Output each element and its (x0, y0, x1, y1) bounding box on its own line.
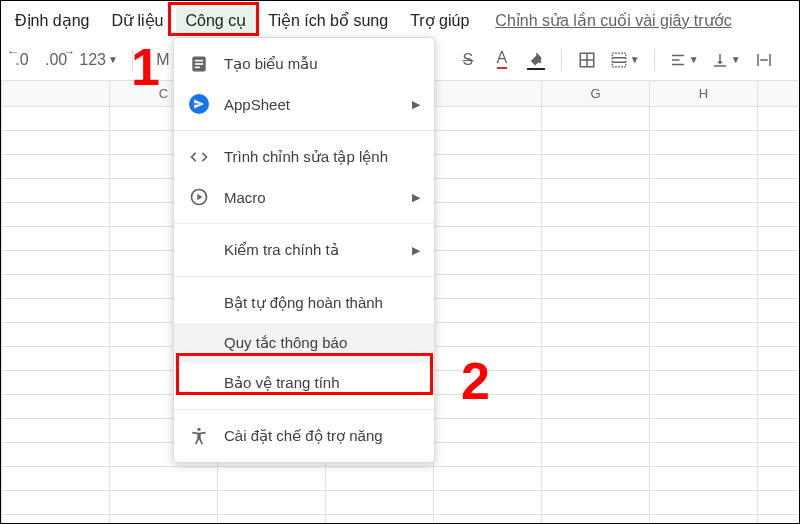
menu-label: Tạo biểu mẫu (224, 55, 318, 73)
submenu-arrow-icon: ▶ (412, 244, 420, 257)
menu-divider (174, 223, 434, 224)
menu-macro[interactable]: Macro ▶ (174, 177, 434, 217)
script-icon (188, 146, 210, 168)
column-header[interactable] (2, 81, 110, 106)
menu-label: Trình chỉnh sửa tập lệnh (224, 148, 388, 166)
toolbar-separator (132, 49, 133, 71)
menu-create-form[interactable]: Tạo biểu mẫu (174, 44, 434, 84)
svg-rect-2 (195, 63, 203, 65)
menu-notification-rules[interactable]: Quy tắc thông báo (174, 323, 434, 363)
menu-format[interactable]: Định dạng (5, 5, 100, 36)
menu-label: AppSheet (224, 96, 290, 113)
menu-bar: Định dạng Dữ liệu Công cụ Tiện ích bổ su… (1, 1, 799, 39)
menu-data[interactable]: Dữ liệu (102, 5, 174, 36)
text-color-button[interactable]: A (487, 46, 517, 74)
submenu-arrow-icon: ▶ (412, 191, 420, 204)
column-header[interactable] (434, 81, 542, 106)
fill-icon (527, 49, 545, 70)
align-icon (669, 51, 687, 69)
menu-divider (174, 130, 434, 131)
submenu-arrow-icon: ▶ (412, 98, 420, 111)
svg-point-5 (197, 428, 200, 431)
borders-icon (578, 51, 596, 69)
menu-appsheet[interactable]: AppSheet ▶ (174, 84, 434, 124)
menu-help[interactable]: Trợ giúp (400, 5, 479, 36)
strikethrough-button[interactable]: S (453, 46, 483, 74)
menu-script-editor[interactable]: Trình chỉnh sửa tập lệnh (174, 137, 434, 177)
decrease-decimal-button[interactable]: ←.0 (7, 46, 37, 74)
macro-icon (188, 186, 210, 208)
number-format-button[interactable]: 123▼ (75, 46, 122, 74)
column-header[interactable] (758, 81, 800, 106)
menu-label: Quy tắc thông báo (224, 334, 347, 352)
menu-spellcheck[interactable]: Kiểm tra chính tả ▶ (174, 230, 434, 270)
fill-color-button[interactable] (521, 46, 551, 74)
wrap-icon (755, 51, 773, 69)
toolbar-separator (561, 49, 562, 71)
text-wrap-button[interactable] (749, 46, 779, 74)
vertical-align-button[interactable]: ▼ (707, 46, 745, 74)
appsheet-icon (188, 93, 210, 115)
menu-divider (174, 276, 434, 277)
borders-button[interactable] (572, 46, 602, 74)
menu-label: Cài đặt chế độ trợ năng (224, 427, 383, 445)
valign-icon (711, 51, 729, 69)
horizontal-align-button[interactable]: ▼ (665, 46, 703, 74)
menu-label: Bảo vệ trang tính (224, 374, 340, 392)
svg-rect-1 (195, 60, 203, 62)
menu-addons[interactable]: Tiện ích bổ sung (258, 5, 398, 36)
menu-autocomplete[interactable]: Bật tự động hoàn thành (174, 283, 434, 323)
grid-row (1, 467, 799, 491)
grid-row (1, 491, 799, 515)
menu-label: Bật tự động hoàn thành (224, 294, 383, 312)
column-header-h[interactable]: H (650, 81, 758, 106)
menu-divider (174, 409, 434, 410)
blank-icon (188, 292, 210, 314)
increase-decimal-button[interactable]: .00→ (41, 46, 71, 74)
menu-accessibility[interactable]: Cài đặt chế độ trợ năng (174, 416, 434, 456)
accessibility-icon (188, 425, 210, 447)
last-edit-status[interactable]: Chỉnh sửa lần cuối vài giây trước (495, 11, 731, 30)
blank-icon (188, 332, 210, 354)
blank-icon (188, 372, 210, 394)
tools-dropdown: Tạo biểu mẫu AppSheet ▶ Trình chỉnh sửa … (173, 37, 435, 463)
menu-protect-sheet[interactable]: Bảo vệ trang tính (174, 363, 434, 403)
merge-icon (610, 51, 628, 69)
toolbar-separator (654, 49, 655, 71)
menu-label: Macro (224, 189, 266, 206)
menu-label: Kiểm tra chính tả (224, 241, 339, 259)
grid-row (1, 515, 799, 524)
menu-tools[interactable]: Công cụ (176, 5, 257, 36)
svg-rect-3 (195, 67, 200, 69)
merge-cells-button[interactable]: ▼ (606, 46, 644, 74)
form-icon (188, 53, 210, 75)
blank-icon (188, 239, 210, 261)
column-header-g[interactable]: G (542, 81, 650, 106)
